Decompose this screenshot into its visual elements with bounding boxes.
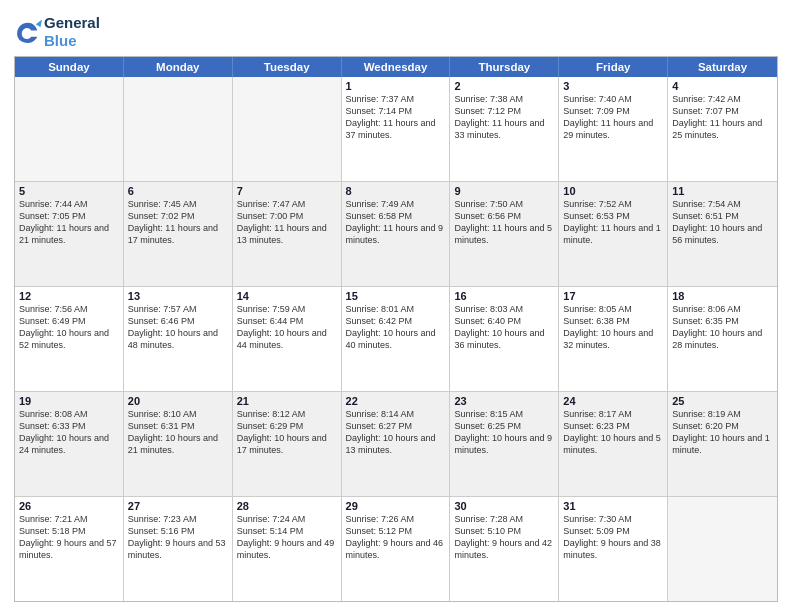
calendar-cell: 7Sunrise: 7:47 AM Sunset: 7:00 PM Daylig… [233, 182, 342, 286]
calendar-cell: 28Sunrise: 7:24 AM Sunset: 5:14 PM Dayli… [233, 497, 342, 601]
day-info: Sunrise: 7:45 AM Sunset: 7:02 PM Dayligh… [128, 198, 228, 247]
day-number: 3 [563, 80, 663, 92]
day-info: Sunrise: 7:56 AM Sunset: 6:49 PM Dayligh… [19, 303, 119, 352]
day-info: Sunrise: 7:38 AM Sunset: 7:12 PM Dayligh… [454, 93, 554, 142]
day-info: Sunrise: 7:21 AM Sunset: 5:18 PM Dayligh… [19, 513, 119, 562]
day-info: Sunrise: 7:57 AM Sunset: 6:46 PM Dayligh… [128, 303, 228, 352]
calendar-cell: 11Sunrise: 7:54 AM Sunset: 6:51 PM Dayli… [668, 182, 777, 286]
calendar-cell [15, 77, 124, 181]
calendar-cell: 22Sunrise: 8:14 AM Sunset: 6:27 PM Dayli… [342, 392, 451, 496]
day-number: 10 [563, 185, 663, 197]
day-number: 27 [128, 500, 228, 512]
weekday-header: Wednesday [342, 57, 451, 77]
weekday-header: Thursday [450, 57, 559, 77]
day-number: 14 [237, 290, 337, 302]
calendar-cell: 9Sunrise: 7:50 AM Sunset: 6:56 PM Daylig… [450, 182, 559, 286]
calendar-cell: 18Sunrise: 8:06 AM Sunset: 6:35 PM Dayli… [668, 287, 777, 391]
day-info: Sunrise: 8:03 AM Sunset: 6:40 PM Dayligh… [454, 303, 554, 352]
calendar-cell: 10Sunrise: 7:52 AM Sunset: 6:53 PM Dayli… [559, 182, 668, 286]
day-number: 20 [128, 395, 228, 407]
day-number: 31 [563, 500, 663, 512]
calendar-row: 5Sunrise: 7:44 AM Sunset: 7:05 PM Daylig… [15, 182, 777, 287]
weekday-header: Tuesday [233, 57, 342, 77]
calendar-cell: 25Sunrise: 8:19 AM Sunset: 6:20 PM Dayli… [668, 392, 777, 496]
day-number: 12 [19, 290, 119, 302]
calendar-header: SundayMondayTuesdayWednesdayThursdayFrid… [15, 57, 777, 77]
weekday-header: Friday [559, 57, 668, 77]
calendar-cell: 2Sunrise: 7:38 AM Sunset: 7:12 PM Daylig… [450, 77, 559, 181]
calendar-cell [124, 77, 233, 181]
calendar-cell: 6Sunrise: 7:45 AM Sunset: 7:02 PM Daylig… [124, 182, 233, 286]
day-info: Sunrise: 7:47 AM Sunset: 7:00 PM Dayligh… [237, 198, 337, 247]
day-info: Sunrise: 7:50 AM Sunset: 6:56 PM Dayligh… [454, 198, 554, 247]
day-number: 19 [19, 395, 119, 407]
calendar-cell: 26Sunrise: 7:21 AM Sunset: 5:18 PM Dayli… [15, 497, 124, 601]
calendar-cell: 17Sunrise: 8:05 AM Sunset: 6:38 PM Dayli… [559, 287, 668, 391]
day-info: Sunrise: 8:01 AM Sunset: 6:42 PM Dayligh… [346, 303, 446, 352]
logo: General Blue [14, 14, 100, 50]
day-info: Sunrise: 7:28 AM Sunset: 5:10 PM Dayligh… [454, 513, 554, 562]
day-number: 22 [346, 395, 446, 407]
day-number: 8 [346, 185, 446, 197]
day-info: Sunrise: 8:06 AM Sunset: 6:35 PM Dayligh… [672, 303, 773, 352]
day-number: 13 [128, 290, 228, 302]
calendar-cell: 24Sunrise: 8:17 AM Sunset: 6:23 PM Dayli… [559, 392, 668, 496]
logo-icon [14, 18, 42, 46]
weekday-header: Saturday [668, 57, 777, 77]
day-info: Sunrise: 8:19 AM Sunset: 6:20 PM Dayligh… [672, 408, 773, 457]
page: General Blue SundayMondayTuesdayWednesda… [0, 0, 792, 612]
calendar-cell: 29Sunrise: 7:26 AM Sunset: 5:12 PM Dayli… [342, 497, 451, 601]
day-number: 2 [454, 80, 554, 92]
day-number: 7 [237, 185, 337, 197]
calendar-cell [233, 77, 342, 181]
calendar-cell: 21Sunrise: 8:12 AM Sunset: 6:29 PM Dayli… [233, 392, 342, 496]
day-info: Sunrise: 8:05 AM Sunset: 6:38 PM Dayligh… [563, 303, 663, 352]
day-number: 9 [454, 185, 554, 197]
day-info: Sunrise: 7:23 AM Sunset: 5:16 PM Dayligh… [128, 513, 228, 562]
day-number: 25 [672, 395, 773, 407]
day-info: Sunrise: 7:59 AM Sunset: 6:44 PM Dayligh… [237, 303, 337, 352]
day-number: 5 [19, 185, 119, 197]
day-info: Sunrise: 8:12 AM Sunset: 6:29 PM Dayligh… [237, 408, 337, 457]
calendar-cell: 27Sunrise: 7:23 AM Sunset: 5:16 PM Dayli… [124, 497, 233, 601]
day-info: Sunrise: 8:17 AM Sunset: 6:23 PM Dayligh… [563, 408, 663, 457]
calendar-cell: 23Sunrise: 8:15 AM Sunset: 6:25 PM Dayli… [450, 392, 559, 496]
day-info: Sunrise: 8:10 AM Sunset: 6:31 PM Dayligh… [128, 408, 228, 457]
calendar-cell: 30Sunrise: 7:28 AM Sunset: 5:10 PM Dayli… [450, 497, 559, 601]
calendar-cell [668, 497, 777, 601]
calendar-row: 26Sunrise: 7:21 AM Sunset: 5:18 PM Dayli… [15, 497, 777, 601]
calendar-cell: 20Sunrise: 8:10 AM Sunset: 6:31 PM Dayli… [124, 392, 233, 496]
day-info: Sunrise: 7:52 AM Sunset: 6:53 PM Dayligh… [563, 198, 663, 247]
day-info: Sunrise: 7:26 AM Sunset: 5:12 PM Dayligh… [346, 513, 446, 562]
day-number: 4 [672, 80, 773, 92]
day-number: 30 [454, 500, 554, 512]
header: General Blue [14, 10, 778, 50]
day-number: 24 [563, 395, 663, 407]
calendar: SundayMondayTuesdayWednesdayThursdayFrid… [14, 56, 778, 602]
day-number: 26 [19, 500, 119, 512]
calendar-cell: 4Sunrise: 7:42 AM Sunset: 7:07 PM Daylig… [668, 77, 777, 181]
calendar-cell: 16Sunrise: 8:03 AM Sunset: 6:40 PM Dayli… [450, 287, 559, 391]
day-info: Sunrise: 7:49 AM Sunset: 6:58 PM Dayligh… [346, 198, 446, 247]
day-info: Sunrise: 8:15 AM Sunset: 6:25 PM Dayligh… [454, 408, 554, 457]
day-info: Sunrise: 7:30 AM Sunset: 5:09 PM Dayligh… [563, 513, 663, 562]
weekday-header: Sunday [15, 57, 124, 77]
day-number: 1 [346, 80, 446, 92]
day-info: Sunrise: 7:37 AM Sunset: 7:14 PM Dayligh… [346, 93, 446, 142]
day-number: 23 [454, 395, 554, 407]
calendar-body: 1Sunrise: 7:37 AM Sunset: 7:14 PM Daylig… [15, 77, 777, 601]
day-info: Sunrise: 8:08 AM Sunset: 6:33 PM Dayligh… [19, 408, 119, 457]
calendar-row: 19Sunrise: 8:08 AM Sunset: 6:33 PM Dayli… [15, 392, 777, 497]
calendar-cell: 12Sunrise: 7:56 AM Sunset: 6:49 PM Dayli… [15, 287, 124, 391]
weekday-header: Monday [124, 57, 233, 77]
calendar-row: 1Sunrise: 7:37 AM Sunset: 7:14 PM Daylig… [15, 77, 777, 182]
calendar-cell: 8Sunrise: 7:49 AM Sunset: 6:58 PM Daylig… [342, 182, 451, 286]
logo-text: General Blue [44, 14, 100, 50]
calendar-cell: 13Sunrise: 7:57 AM Sunset: 6:46 PM Dayli… [124, 287, 233, 391]
day-number: 17 [563, 290, 663, 302]
calendar-cell: 14Sunrise: 7:59 AM Sunset: 6:44 PM Dayli… [233, 287, 342, 391]
calendar-cell: 1Sunrise: 7:37 AM Sunset: 7:14 PM Daylig… [342, 77, 451, 181]
day-number: 15 [346, 290, 446, 302]
day-number: 11 [672, 185, 773, 197]
calendar-row: 12Sunrise: 7:56 AM Sunset: 6:49 PM Dayli… [15, 287, 777, 392]
